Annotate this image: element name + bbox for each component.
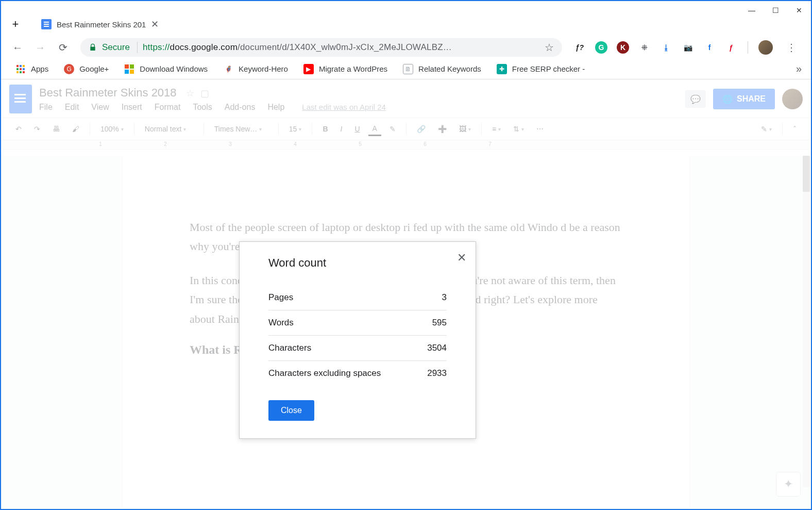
svg-rect-12: [130, 70, 134, 74]
svg-rect-10: [130, 64, 134, 69]
window-maximize[interactable]: ☐: [764, 1, 787, 20]
bookmarks-overflow-button[interactable]: »: [796, 63, 802, 75]
window-close[interactable]: ✕: [787, 1, 811, 20]
bookmark-windows[interactable]: Download Windows: [124, 64, 208, 74]
browser-tabs: + Best Rainmeter Skins 201 ✕: [1, 12, 811, 36]
tab-title: Best Rainmeter Skins 201: [57, 20, 146, 29]
profile-avatar[interactable]: [758, 40, 773, 55]
bookmark-label: Related Keywords: [418, 64, 481, 73]
wc-value: 2933: [427, 368, 447, 379]
svg-rect-2: [23, 65, 25, 67]
dialog-title: Word count: [268, 256, 447, 270]
svg-rect-9: [125, 64, 129, 69]
bookmark-migrate-wp[interactable]: ▶Migrate a WordPres: [303, 64, 387, 74]
wc-value: 595: [432, 318, 447, 328]
ext-facebook-icon[interactable]: f: [703, 41, 716, 54]
wc-label: Pages: [268, 292, 293, 303]
window-controls: — ☐ ✕: [740, 1, 811, 20]
nav-reload-button[interactable]: ⟳: [54, 38, 72, 57]
word-count-dialog: ✕ Word count Pages3 Words595 Characters3…: [239, 241, 476, 439]
wc-row-chars-nospaces: Characters excluding spaces2933: [268, 361, 447, 386]
svg-rect-1: [20, 65, 22, 67]
docs-favicon-icon: [41, 19, 52, 29]
secure-label: Secure: [102, 42, 130, 53]
wc-row-pages: Pages3: [268, 285, 447, 310]
svg-rect-0: [16, 65, 19, 67]
bookmark-label: Free SERP checker -: [512, 64, 585, 73]
youtube-icon: ▶: [303, 64, 314, 74]
wc-label: Characters: [268, 343, 311, 353]
wc-label: Words: [268, 318, 294, 328]
wc-value: 3: [442, 292, 447, 303]
bookmark-serp-checker[interactable]: ✚Free SERP checker -: [497, 64, 585, 74]
svg-rect-7: [20, 71, 22, 73]
docs-app: Best Rainmeter Skins 2018 ☆ ▢ File Edit …: [1, 79, 811, 508]
url-separator: [137, 42, 138, 53]
svg-rect-11: [125, 70, 129, 74]
dialog-close-icon[interactable]: ✕: [457, 251, 466, 265]
nav-back-button[interactable]: ←: [8, 38, 27, 57]
ext-font-icon[interactable]: ƒ?: [573, 41, 586, 54]
lock-icon: [89, 43, 97, 52]
windows-icon: [124, 64, 134, 74]
ext-k-icon[interactable]: K: [617, 41, 629, 54]
serp-icon: ✚: [497, 64, 507, 74]
bookmarks-bar: Apps GGoogle+ Download Windows 🦸Keyword-…: [1, 59, 811, 79]
browser-menu-button[interactable]: ⋮: [782, 41, 801, 54]
new-tab-button[interactable]: +: [8, 17, 23, 31]
bookmark-apps-label: Apps: [31, 64, 48, 73]
svg-rect-8: [23, 71, 25, 73]
googleplus-icon: G: [64, 64, 74, 74]
bookmark-label: Keyword-Hero: [239, 64, 288, 73]
keyword-hero-icon: 🦸: [223, 64, 233, 74]
browser-nav: ← → ⟳ Secure https://docs.google.com/doc…: [1, 36, 811, 59]
window-minimize[interactable]: —: [740, 1, 764, 20]
extensions: ƒ? G K ⁜ ⭳ 📷 f ƒ ⋮: [570, 40, 804, 55]
wc-label: Characters excluding spaces: [268, 368, 381, 379]
ext-save-icon[interactable]: ⭳: [660, 41, 672, 54]
bookmark-label: Download Windows: [140, 64, 208, 73]
ext-camera-icon[interactable]: 📷: [682, 41, 694, 54]
svg-rect-5: [23, 68, 25, 70]
nav-forward-button[interactable]: →: [31, 38, 49, 57]
bookmark-apps[interactable]: Apps: [15, 64, 48, 74]
apps-grid-icon: [15, 64, 26, 74]
tab-close-icon[interactable]: ✕: [151, 19, 159, 30]
extension-separator: [748, 41, 748, 54]
bookmark-keyword-hero[interactable]: 🦸Keyword-Hero: [223, 64, 288, 74]
wc-row-chars: Characters3504: [268, 336, 447, 361]
bookmark-label: Migrate a WordPres: [319, 64, 387, 73]
dialog-close-button[interactable]: Close: [268, 400, 314, 421]
wc-row-words: Words595: [268, 310, 447, 336]
ext-grammarly-icon[interactable]: G: [595, 41, 607, 54]
address-bar[interactable]: Secure https://docs.google.com/document/…: [80, 38, 562, 57]
bookmark-star-icon[interactable]: ☆: [545, 41, 554, 54]
svg-rect-4: [20, 68, 22, 70]
wc-value: 3504: [427, 343, 447, 353]
bookmark-related-keywords[interactable]: 🗎Related Keywords: [403, 64, 481, 74]
svg-rect-6: [16, 71, 19, 73]
url-text: https://docs.google.com/document/d/1X40X…: [143, 42, 539, 53]
browser-tab[interactable]: Best Rainmeter Skins 201 ✕: [35, 15, 165, 34]
page-icon: 🗎: [403, 64, 413, 74]
ext-grid-icon[interactable]: ⁜: [638, 41, 651, 54]
ext-pinterest-icon[interactable]: ƒ: [725, 41, 737, 54]
bookmark-label: Google+: [79, 64, 109, 73]
bookmark-googleplus[interactable]: GGoogle+: [64, 64, 109, 74]
svg-rect-3: [16, 68, 19, 70]
